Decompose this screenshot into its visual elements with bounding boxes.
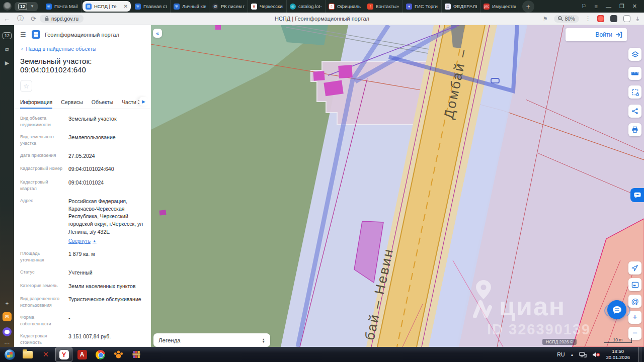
chat-bubble-icon (612, 306, 622, 314)
acrobat-button[interactable]: A (73, 347, 91, 361)
start-button[interactable] (1, 347, 18, 361)
language-indicator[interactable]: RU (557, 351, 565, 357)
measure-distance-button[interactable] (628, 67, 641, 80)
network-icon[interactable] (579, 351, 587, 358)
yandex-mail-icon[interactable]: ✉ (3, 312, 12, 321)
back-to-results-link[interactable]: ‹ Назад в найденные объекты (14, 42, 151, 52)
contacts-icon: ! (367, 4, 373, 10)
chat-fab-button[interactable] (607, 300, 626, 319)
panels-icon[interactable]: ⚐ (582, 3, 587, 10)
chevron-down-icon: ▼ (30, 4, 34, 9)
more-icon[interactable]: ⋯ (5, 340, 10, 347)
kebab-menu-icon[interactable]: ⋮ (585, 15, 591, 22)
address-bar-right: ⚑ 80% ⋮ ⤓ (543, 15, 639, 23)
profile-avatar[interactable] (3, 2, 12, 11)
tab-imushchestvo[interactable]: ртсИмущество (480, 0, 519, 13)
map-scale-bar: 10 m (604, 338, 632, 343)
measure-area-button[interactable] (628, 85, 641, 99)
tab-nspd-active[interactable]: ▤НСПД | Ге✕ (83, 1, 131, 12)
back-icon[interactable]: ← (4, 15, 10, 23)
screencast-icon[interactable]: ⧉ (5, 46, 9, 53)
tab-federalny[interactable]: ⚖ФЕДЕРАЛЬН (442, 0, 480, 13)
mail-icon: ✉ (46, 4, 52, 10)
windows-orb-icon (5, 349, 15, 360)
field-list: Вид объекта недвижимостиЗемельный участо… (14, 109, 151, 347)
gis-torgi-icon: ♦ (406, 4, 412, 10)
yandex-page-icon[interactable]: Ⓙ (17, 14, 24, 23)
taskbar-clock[interactable]: 18:50 30.01.2026 (606, 348, 630, 360)
explorer-button[interactable] (19, 347, 36, 361)
map-canvas[interactable]: Домбай – бай – Невин циан ID 326390139 «… (151, 25, 644, 347)
tab-servisy[interactable]: Сервисы (61, 99, 83, 109)
refresh-icon[interactable]: ⟳ (31, 15, 36, 23)
play-circle-icon[interactable]: ▶ (5, 60, 9, 66)
downloads-menu-icon[interactable]: ≡ (594, 4, 597, 10)
printer-icon (631, 126, 638, 133)
login-button[interactable]: Войти (566, 28, 627, 41)
alice-icon[interactable] (3, 327, 12, 336)
assistant-side-tab[interactable] (630, 188, 644, 202)
tab-kontakty[interactable]: !Контакты» С (364, 0, 403, 13)
system-tray: RU ▲ 18:50 30.01.2026 (557, 347, 644, 362)
download-icon[interactable]: ⤓ (636, 15, 639, 22)
extension-dark-icon[interactable] (610, 15, 617, 22)
tab-obekty[interactable]: Объекты (92, 99, 113, 109)
tab-glavnaya[interactable]: ⛨Главная стра (132, 0, 171, 13)
paw-app-button[interactable] (110, 347, 127, 361)
close-tab-icon[interactable]: ✕ (124, 4, 128, 9)
collapse-address-link[interactable]: Свернуть▲ (68, 238, 97, 245)
show-hidden-icons[interactable]: ▲ (571, 353, 574, 356)
tabs-panel-badge[interactable]: 12 (3, 32, 12, 39)
tab-pochta-mail[interactable]: ✉Почта Mail (43, 0, 82, 13)
add-panel-icon[interactable]: + (6, 300, 9, 306)
tab-lichny-kabinet[interactable]: ⛨Личный каби (171, 0, 209, 13)
minimize-button[interactable]: — (606, 4, 611, 10)
winrar-button[interactable] (128, 347, 145, 361)
search-address-button[interactable]: @ (628, 295, 641, 308)
acrobat-icon: A (77, 350, 87, 359)
restore-button[interactable]: ❐ (619, 3, 624, 10)
chrome-icon (96, 350, 105, 359)
extension-flower-icon[interactable] (597, 15, 604, 22)
tab-counter[interactable]: 12 ▼ (15, 2, 38, 11)
bookmark-flag-icon[interactable]: ⚑ (543, 16, 548, 22)
portal-title: Геоинформационный портал (45, 32, 119, 38)
tab-ofitsialny[interactable]: ▯Официальны (326, 0, 364, 13)
hamburger-menu-icon[interactable]: ☰ (20, 31, 27, 38)
tab-informatsiya[interactable]: Информация (20, 99, 52, 109)
tab-cherkessky[interactable]: ♛Черкесский (248, 0, 287, 13)
collapse-panel-button[interactable]: « (153, 29, 162, 38)
print-button[interactable] (628, 123, 641, 136)
letters-icon: @ (212, 4, 218, 10)
zoom-level: 80% (565, 16, 575, 22)
field-row-address: Адрес Российская Федерация, Карачаево-Че… (20, 198, 145, 245)
gosuslugi-icon: ⛨ (174, 4, 180, 10)
winrar-books-icon (132, 350, 141, 359)
windows-taskbar: ✕ Y A RU ▲ 18:50 30.01.2026 (0, 347, 644, 362)
minimap-button[interactable] (628, 278, 641, 291)
geolocate-button[interactable] (628, 261, 641, 275)
yandex-browser-icon: Y (59, 350, 69, 359)
show-desktop-button[interactable] (638, 347, 642, 362)
tab-rk-pisem[interactable]: @РК писем гра (209, 0, 248, 13)
url-field[interactable]: nspd.gov.ru (40, 15, 84, 23)
volume-muted-icon[interactable] (592, 351, 600, 358)
red-cross-app-button[interactable]: ✕ (37, 347, 54, 361)
favorite-star-button[interactable]: ☆ (20, 80, 32, 92)
yandex-browser-button[interactable]: Y (55, 347, 72, 361)
legend-dropdown[interactable]: Легенда ▲▼ (153, 333, 270, 347)
minimap-icon (631, 282, 639, 288)
zoom-badge[interactable]: 80% (554, 15, 579, 23)
tab-catalog[interactable]: ◎catalog.lot-o (287, 0, 326, 13)
share-button[interactable] (628, 105, 641, 118)
close-button[interactable]: ✕ (632, 3, 637, 10)
tab-gis-torgi[interactable]: ♦ГИС Торги - (403, 0, 442, 13)
folder-icon (23, 351, 33, 358)
official-icon: ▯ (329, 4, 335, 10)
extension-copy-icon[interactable] (623, 15, 630, 22)
chrome-button[interactable] (92, 347, 109, 361)
tabs-scroll-right-button[interactable]: ▶ (139, 97, 148, 106)
new-tab-button[interactable]: + (522, 1, 534, 13)
layers-button[interactable] (628, 48, 641, 61)
zoom-in-button[interactable]: + (628, 311, 641, 324)
